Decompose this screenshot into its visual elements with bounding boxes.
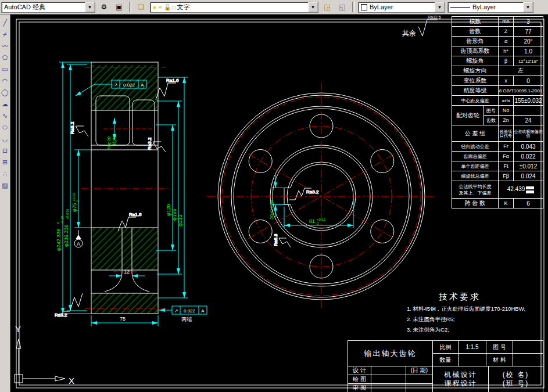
roughness-keyway-top-label: Ra3.2 xyxy=(306,189,319,195)
table-row: 公 差 组检验项目代号公差或极限偏差值 xyxy=(452,125,543,142)
qty-value xyxy=(459,354,486,366)
svg-text:φ212: φ212 xyxy=(177,214,183,226)
dim-keyway-depth: 81 +0.12 0 xyxy=(309,218,326,225)
table-row: 径向跳动公差Fr0.043 xyxy=(452,142,543,152)
param-symbol: Fβ xyxy=(499,171,514,181)
param-symbol: β xyxy=(499,56,514,66)
general-roughness-prefix: 其余 xyxy=(402,29,416,37)
ucs-y-label: Y xyxy=(15,324,21,334)
school-class: (校 名)(班 号) xyxy=(489,366,543,392)
material-label: 材 料 xyxy=(486,354,513,366)
param-value: 0 xyxy=(514,76,543,86)
param-value: 0.043 xyxy=(514,142,543,152)
param-symbol: Fα xyxy=(499,152,514,161)
param-label: 齿顶高系数 xyxy=(452,46,499,56)
svg-text:A: A xyxy=(77,241,80,247)
check-label: 审 阅 xyxy=(348,384,371,392)
param-label: 齿数 xyxy=(452,27,499,37)
draw-date xyxy=(406,375,433,384)
param-symbol: Zn xyxy=(499,116,514,125)
technical-requirements: 技术要求 1. 材料45钢，正火处理后齿面硬度170-210HBW; 2. 未注… xyxy=(407,292,545,334)
general-roughness-value: Ra12.5 xyxy=(428,15,441,19)
svg-text:0: 0 xyxy=(56,221,60,224)
scale-label: 比例 xyxy=(433,341,459,354)
roughness-top-label: Ra1.6 xyxy=(166,78,179,83)
param-sublabel: 图号 xyxy=(484,106,499,116)
autocad-window: AutoCAD 经典 ▼ ⚙ ▣ ❏ ● ☀ 🔓 ■ 文字 ▼ ◲ ◱ ByLa… xyxy=(0,0,548,392)
ucs-x-label: X xyxy=(69,376,74,386)
title-block: 输出轴大齿轮 比例 1:1.5 图 号 数量 材 料 设 计 (日 期) 机械设… xyxy=(348,340,543,392)
svg-text:81: 81 xyxy=(309,218,315,224)
param-label: 模数 xyxy=(452,17,499,27)
param-value: 0.024 xyxy=(514,171,543,181)
design-value xyxy=(371,366,406,375)
param-label: 中心距及偏差 xyxy=(452,96,499,106)
param-label: 单个齿距偏差 xyxy=(452,161,499,171)
table-row: 螺旋线总偏差Fβ0.024 xyxy=(452,171,543,181)
param-value: 左 xyxy=(499,66,543,76)
table-row: 模数mn3 xyxy=(452,17,543,27)
table-row: 齿形角α20° xyxy=(452,37,543,46)
roughness-bottom-label: Ra3.2 xyxy=(55,312,67,318)
param-value: 3 xyxy=(514,17,543,27)
material-value xyxy=(513,354,543,366)
param-symbol: x xyxy=(499,76,514,86)
svg-text:A: A xyxy=(141,82,144,88)
param-value: 8 GB/T10095.1-2001 xyxy=(499,86,543,96)
roughness-web-label: Ra1.6 xyxy=(129,212,142,217)
param-symbol: No xyxy=(499,106,514,116)
dim-web-thickness: 12 xyxy=(124,269,130,275)
svg-text:+0.03: +0.03 xyxy=(72,192,76,202)
param-label: 变位系数 xyxy=(452,76,499,86)
tech-line: 2. 未注圆角半径R5; xyxy=(407,316,545,323)
gear-section-view xyxy=(81,62,170,314)
drawing-no-label: 图 号 xyxy=(486,341,513,354)
param-sublabel: 齿数 xyxy=(484,116,499,125)
group-col2: 公差或极限偏差值 xyxy=(514,125,543,142)
date-label: (日 期) xyxy=(406,366,433,375)
roughness-right-label: Ra3.2 xyxy=(147,137,152,150)
table-row: 单个齿距偏差Ft±0.012 xyxy=(452,161,543,171)
group-col1: 检验项目代号 xyxy=(499,125,514,142)
qty-label: 数量 xyxy=(433,354,459,366)
front-view-dimensions: 20±0.026 81 +0.12 0 Ra3.2 Ra6.3 xyxy=(269,175,353,247)
table-row: 跨 齿 数K6 xyxy=(452,199,543,208)
param-symbol: h* xyxy=(499,46,514,56)
param-label: 齿形角 xyxy=(452,37,499,46)
param-label: 公法线平均长度及其上、下偏差 xyxy=(452,181,499,199)
table-row: 公法线平均长度及其上、下偏差42.439 xyxy=(452,181,543,199)
dim-reference-diameter: φ236.336 ±0.016 xyxy=(63,208,69,247)
param-value: 0.022 xyxy=(514,152,543,161)
svg-text:+0.12: +0.12 xyxy=(317,218,326,221)
tech-line: 3. 未注倒角为C2; xyxy=(407,326,545,334)
svg-text:↗: ↗ xyxy=(174,308,178,314)
table-row: 螺旋角β12°12′18″ xyxy=(452,56,543,66)
param-symbol: Fr xyxy=(499,142,514,152)
param-value: 155±0.032 xyxy=(514,96,543,106)
svg-text:0.022: 0.022 xyxy=(184,308,196,314)
dim-face-width: 75 xyxy=(120,316,126,322)
tech-title: 技术要求 xyxy=(439,292,545,303)
gear-parameter-table: 模数mn3 齿数Z77 齿形角α20° 齿顶高系数h*1.0 螺旋角β12°12… xyxy=(452,16,543,208)
draw-value xyxy=(371,375,406,384)
table-row: 精度等级8 GB/T10095.1-2001 xyxy=(452,86,543,96)
param-label: 螺旋方向 xyxy=(452,66,499,76)
table-row: 中心距及偏差a±fa155±0.032 xyxy=(452,96,543,106)
svg-text:±0.016: ±0.016 xyxy=(66,208,69,220)
gear-front-view xyxy=(207,82,436,310)
svg-text:20±0.026: 20±0.026 xyxy=(269,200,274,220)
table-row: 螺旋方向左 xyxy=(452,66,543,76)
ucs-icon: Y X xyxy=(15,324,74,386)
scale-value: 1:1.5 xyxy=(459,341,486,354)
roughness-keyway-side-label: Ra6.3 xyxy=(273,233,278,246)
dim-keyway-width: 20±0.026 xyxy=(269,200,274,220)
check-date xyxy=(406,384,433,392)
organization: 机械设计课程设计 xyxy=(433,366,489,392)
table-row: 配对齿轮图号No xyxy=(452,106,543,116)
table-row: 齿数Z77 xyxy=(452,27,543,37)
svg-text:φ242.336: φ242.336 xyxy=(56,229,62,251)
dim-web-holes: 6×φ28 均布 xyxy=(106,136,117,150)
param-value: 77 xyxy=(514,27,543,37)
param-symbol: Ft xyxy=(499,161,514,171)
param-value xyxy=(514,106,543,116)
